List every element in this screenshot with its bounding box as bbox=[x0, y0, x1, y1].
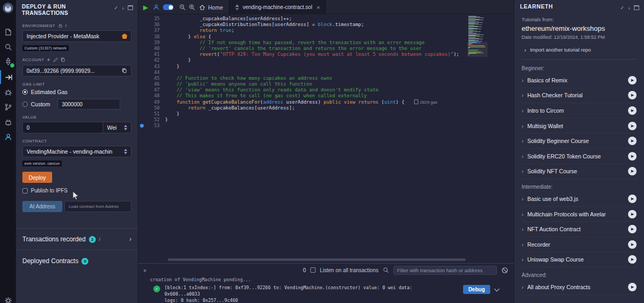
custom-gas-input[interactable] bbox=[57, 99, 120, 110]
tutorial-item[interactable]: ›Multisig Wallet▶ bbox=[522, 119, 637, 134]
panel-expand-icon[interactable]: › bbox=[122, 5, 124, 11]
tutorial-item[interactable]: ›Solidity ERC20 Token Course▶ bbox=[522, 149, 637, 164]
code-line[interactable]: 39 // If not enough time has passed, rev… bbox=[138, 40, 459, 46]
code-line[interactable]: 48 // This makes it free to call (no gas… bbox=[138, 93, 459, 99]
tutorial-item[interactable]: ›Basic use of web3.js▶ bbox=[522, 191, 637, 207]
workspace-icon[interactable] bbox=[0, 25, 16, 39]
account-person-icon[interactable] bbox=[153, 0, 160, 14]
learneth-plugin-icon[interactable] bbox=[0, 130, 16, 144]
environment-select[interactable]: Injected Provider - MetaMask bbox=[22, 30, 131, 42]
run-script-icon[interactable]: ▶ bbox=[143, 0, 148, 14]
deploy-button[interactable]: Deploy bbox=[22, 172, 52, 183]
solidity-compiler-icon[interactable]: ✓ bbox=[0, 54, 16, 68]
close-tab-icon[interactable]: × bbox=[317, 4, 320, 11]
play-icon[interactable]: ▶ bbox=[628, 210, 637, 218]
tutorial-item[interactable]: ›Multichain Protocols with Axelar▶ bbox=[522, 207, 637, 222]
code-line[interactable]: 45 // Function to check how many cupcake… bbox=[138, 75, 459, 81]
play-icon[interactable]: ▶ bbox=[628, 122, 637, 130]
code-line[interactable]: 53 bbox=[138, 123, 459, 129]
zoom-out-icon[interactable] bbox=[179, 0, 186, 14]
panel-popout-icon[interactable] bbox=[128, 5, 133, 10]
panel-expand-icon[interactable]: › bbox=[628, 5, 630, 11]
zoom-in-icon[interactable] bbox=[188, 0, 195, 14]
code-line[interactable]: 44 bbox=[138, 70, 459, 75]
tutorial-item[interactable]: ›Recorder▶ bbox=[522, 237, 637, 252]
play-icon[interactable]: ▶ bbox=[628, 91, 637, 99]
code-line[interactable]: 42 } bbox=[138, 57, 459, 63]
code-line[interactable]: 50 return _cupcakeBalances[userAddress]; bbox=[138, 105, 459, 111]
debugger-icon[interactable] bbox=[0, 85, 16, 99]
play-icon[interactable]: ▶ bbox=[628, 283, 637, 291]
code-line[interactable]: 46 // 'public' means anyone can call thi… bbox=[138, 81, 459, 87]
copy-icon[interactable] bbox=[61, 57, 65, 62]
code-line[interactable]: 37 return true; bbox=[138, 28, 459, 33]
expand-log-icon[interactable] bbox=[494, 287, 500, 292]
play-icon[interactable]: ▶ bbox=[628, 240, 637, 249]
code-line[interactable]: 40 // 'revert' cancels the transaction a… bbox=[138, 46, 459, 52]
debug-button[interactable]: Debug bbox=[463, 285, 490, 294]
estimated-gas-radio[interactable] bbox=[22, 89, 28, 95]
tutorial-item[interactable]: ›Solidity NFT Course▶ bbox=[522, 164, 637, 180]
tab-home[interactable]: Home bbox=[199, 0, 223, 14]
tutorial-item[interactable]: ›Intro to Circom▶ bbox=[522, 103, 637, 119]
code-line[interactable]: 43 } bbox=[138, 64, 459, 70]
value-input[interactable] bbox=[22, 122, 103, 133]
plugin-manager-icon[interactable] bbox=[0, 115, 16, 129]
deploy-run-icon[interactable] bbox=[0, 70, 16, 84]
play-icon[interactable]: ▶ bbox=[628, 152, 637, 161]
play-icon[interactable]: ▶ bbox=[628, 76, 637, 85]
panel-popout-icon[interactable] bbox=[634, 5, 639, 10]
tutorial-item[interactable]: ›All about Proxy Contracts▶ bbox=[522, 280, 637, 295]
terminal-collapse-icon[interactable]: » bbox=[142, 269, 148, 272]
listen-checkbox[interactable] bbox=[310, 267, 316, 273]
search-icon[interactable] bbox=[0, 40, 16, 54]
import-repo-link[interactable]: › Import another tutorial repo bbox=[522, 47, 637, 53]
play-icon[interactable]: ▶ bbox=[628, 137, 637, 145]
play-icon[interactable]: ▶ bbox=[628, 167, 637, 175]
at-address-input[interactable] bbox=[64, 201, 131, 212]
transaction-log[interactable]: ✓ [block:1 txIndex:-] from: 0xf39...9226… bbox=[153, 284, 450, 303]
code-line[interactable]: 41 revert("HTTP 429: Too Many Cupcakes (… bbox=[138, 52, 459, 57]
code-line[interactable]: 51 } bbox=[138, 111, 459, 117]
tutorial-item[interactable]: ›Basics of Remix▶ bbox=[522, 73, 637, 88]
deployed-contracts-row[interactable]: Deployed Contracts 0 bbox=[16, 250, 138, 272]
add-account-icon[interactable]: + bbox=[47, 57, 50, 63]
code-editor[interactable]: 35 _cupcakeBalances[userAddress]++;36 _c… bbox=[138, 16, 459, 129]
clear-console-icon[interactable] bbox=[501, 267, 508, 274]
play-icon[interactable]: ▶ bbox=[628, 106, 637, 115]
publish-ipfs-checkbox[interactable] bbox=[22, 188, 28, 193]
tutorial-item[interactable]: ›Hash Checker Tutorial▶ bbox=[522, 88, 637, 104]
play-icon[interactable]: ▶ bbox=[628, 255, 637, 264]
tab-open-file[interactable]: vending-machine-contract.sol × bbox=[229, 0, 326, 14]
play-icon[interactable]: ▶ bbox=[628, 195, 637, 203]
tutorial-item[interactable]: ›Uniswap Swap Course▶ bbox=[522, 252, 637, 268]
terminal-filter-input[interactable] bbox=[393, 266, 497, 275]
code-line[interactable]: 47 // 'view' means this function only re… bbox=[138, 87, 459, 93]
code-line[interactable]: 49 function getCupcakeBalanceFor(address… bbox=[138, 99, 459, 105]
settings-gear-icon[interactable] bbox=[0, 293, 16, 303]
account-copy-icon[interactable] bbox=[122, 68, 127, 73]
horizontal-scrollbar[interactable] bbox=[168, 258, 466, 261]
code-line[interactable]: 35 _cupcakeBalances[userAddress]++; bbox=[138, 16, 459, 22]
edit-icon[interactable] bbox=[53, 57, 58, 62]
code-line[interactable]: 52} bbox=[138, 117, 459, 123]
ai-toggle[interactable] bbox=[163, 0, 174, 14]
info-icon[interactable]: i bbox=[65, 23, 67, 28]
code-line[interactable]: 38 } else { bbox=[138, 34, 459, 40]
tutorial-item[interactable]: ›NFT Auction Contract▶ bbox=[522, 222, 637, 237]
contract-select[interactable]: VendingMachine - vending-machin bbox=[22, 146, 131, 157]
stepper-icons[interactable] bbox=[124, 125, 127, 130]
account-select[interactable]: 0xf39...92266 (9999.99929... bbox=[22, 65, 131, 77]
tutorial-item[interactable]: ›Solidity Beginner Course▶ bbox=[522, 133, 637, 149]
at-address-button[interactable]: At Address bbox=[22, 201, 62, 212]
custom-gas-radio[interactable] bbox=[22, 102, 28, 107]
info-icon[interactable]: i bbox=[99, 237, 100, 242]
code-line[interactable]: 36 _cupcakeDistributionTimes[userAddress… bbox=[138, 22, 459, 28]
value-unit-select[interactable]: Wei bbox=[103, 122, 131, 133]
minimap[interactable] bbox=[468, 16, 486, 56]
remix-logo[interactable] bbox=[2, 2, 14, 14]
git-icon[interactable] bbox=[0, 100, 16, 114]
chevron-right-icon[interactable]: › bbox=[129, 235, 131, 243]
transactions-recorded-row[interactable]: Transactions recorded 2 i › bbox=[16, 228, 138, 250]
play-icon[interactable]: ▶ bbox=[628, 225, 637, 233]
